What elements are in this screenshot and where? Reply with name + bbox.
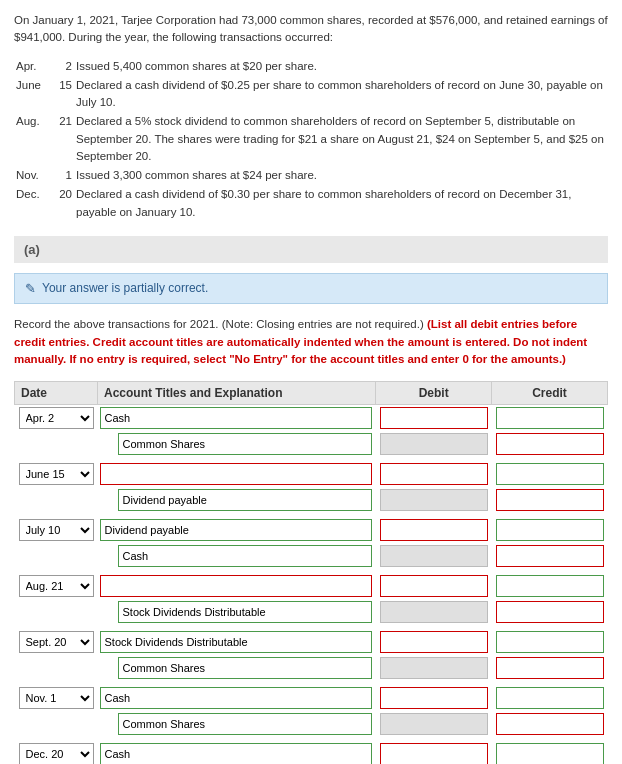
credit-input[interactable]: [496, 489, 604, 511]
credit-input[interactable]: [496, 463, 604, 485]
account-input[interactable]: [118, 713, 372, 735]
date-select[interactable]: July 10: [19, 519, 94, 541]
debit-input[interactable]: [380, 489, 488, 511]
debit-input[interactable]: [380, 575, 488, 597]
account-input[interactable]: [118, 601, 372, 623]
table-row: [15, 599, 608, 625]
account-cell: [98, 543, 376, 569]
pencil-icon: ✎: [25, 281, 36, 296]
trans-month: June: [14, 76, 52, 113]
trans-month: Aug.: [14, 112, 52, 166]
table-row: [15, 487, 608, 513]
date-select[interactable]: Dec. 20: [19, 743, 94, 764]
trans-day: 21: [52, 112, 74, 166]
table-row: Nov. 1: [15, 685, 608, 711]
trans-month: Apr.: [14, 57, 52, 76]
transaction-row: Dec. 20 Declared a cash dividend of $0.3…: [14, 185, 608, 222]
date-select[interactable]: June 15: [19, 463, 94, 485]
account-cell: [98, 487, 376, 513]
credit-cell: [492, 431, 608, 457]
credit-input[interactable]: [496, 407, 604, 429]
partial-correct-text: Your answer is partially correct.: [42, 281, 208, 295]
date-cell: [15, 599, 98, 625]
account-cell: [98, 599, 376, 625]
debit-cell: [376, 655, 492, 681]
account-input[interactable]: [118, 657, 372, 679]
debit-input[interactable]: [380, 657, 488, 679]
table-row: Aug. 21: [15, 573, 608, 599]
account-input[interactable]: [100, 687, 372, 709]
credit-input[interactable]: [496, 545, 604, 567]
debit-input[interactable]: [380, 433, 488, 455]
debit-input[interactable]: [380, 519, 488, 541]
account-input[interactable]: [118, 489, 372, 511]
account-input[interactable]: [100, 743, 372, 764]
instruction-text: Record the above transactions for 2021. …: [14, 316, 608, 369]
debit-input[interactable]: [380, 463, 488, 485]
account-cell: [98, 741, 376, 764]
debit-input[interactable]: [380, 743, 488, 764]
credit-input[interactable]: [496, 743, 604, 764]
account-cell: [98, 405, 376, 432]
account-input[interactable]: [100, 407, 372, 429]
credit-input[interactable]: [496, 433, 604, 455]
credit-cell: [492, 405, 608, 432]
credit-input[interactable]: [496, 687, 604, 709]
account-cell: [98, 655, 376, 681]
trans-day: 15: [52, 76, 74, 113]
table-row: Dec. 20: [15, 741, 608, 764]
entry-table: Date Account Titles and Explanation Debi…: [14, 381, 608, 764]
date-cell: [15, 431, 98, 457]
credit-input[interactable]: [496, 657, 604, 679]
trans-month: Nov.: [14, 166, 52, 185]
debit-input[interactable]: [380, 713, 488, 735]
page-container: On January 1, 2021, Tarjee Corporation h…: [0, 0, 622, 764]
table-row: June 15: [15, 461, 608, 487]
trans-text: Issued 3,300 common shares at $24 per sh…: [74, 166, 608, 185]
date-cell: [15, 711, 98, 737]
debit-cell: [376, 629, 492, 655]
debit-cell: [376, 599, 492, 625]
date-cell: [15, 487, 98, 513]
table-header-row: Date Account Titles and Explanation Debi…: [15, 382, 608, 405]
debit-input[interactable]: [380, 631, 488, 653]
date-select[interactable]: Aug. 21: [19, 575, 94, 597]
account-input[interactable]: [118, 433, 372, 455]
credit-cell: [492, 685, 608, 711]
account-input[interactable]: [100, 631, 372, 653]
date-select[interactable]: Sept. 20: [19, 631, 94, 653]
date-select[interactable]: Apr. 2: [19, 407, 94, 429]
date-cell: [15, 543, 98, 569]
debit-cell: [376, 487, 492, 513]
trans-text: Declared a 5% stock dividend to common s…: [74, 112, 608, 166]
debit-cell: [376, 431, 492, 457]
debit-input[interactable]: [380, 545, 488, 567]
credit-input[interactable]: [496, 601, 604, 623]
account-input[interactable]: [100, 463, 372, 485]
credit-input[interactable]: [496, 519, 604, 541]
date-select[interactable]: Nov. 1: [19, 687, 94, 709]
table-row: [15, 431, 608, 457]
table-row: Apr. 2: [15, 405, 608, 432]
account-cell: [98, 431, 376, 457]
instruction-bold: (List all debit entries before credit en…: [14, 318, 587, 366]
debit-input[interactable]: [380, 601, 488, 623]
intro-paragraph: On January 1, 2021, Tarjee Corporation h…: [14, 12, 608, 47]
credit-cell: [492, 573, 608, 599]
credit-input[interactable]: [496, 713, 604, 735]
credit-cell: [492, 599, 608, 625]
transactions-list: Apr. 2 Issued 5,400 common shares at $20…: [14, 57, 608, 222]
trans-day: 1: [52, 166, 74, 185]
account-input[interactable]: [100, 575, 372, 597]
header-account: Account Titles and Explanation: [98, 382, 376, 405]
account-input[interactable]: [100, 519, 372, 541]
debit-input[interactable]: [380, 407, 488, 429]
credit-cell: [492, 487, 608, 513]
debit-cell: [376, 741, 492, 764]
debit-input[interactable]: [380, 687, 488, 709]
date-cell: Apr. 2: [15, 405, 98, 432]
account-input[interactable]: [118, 545, 372, 567]
debit-cell: [376, 685, 492, 711]
credit-input[interactable]: [496, 575, 604, 597]
credit-input[interactable]: [496, 631, 604, 653]
